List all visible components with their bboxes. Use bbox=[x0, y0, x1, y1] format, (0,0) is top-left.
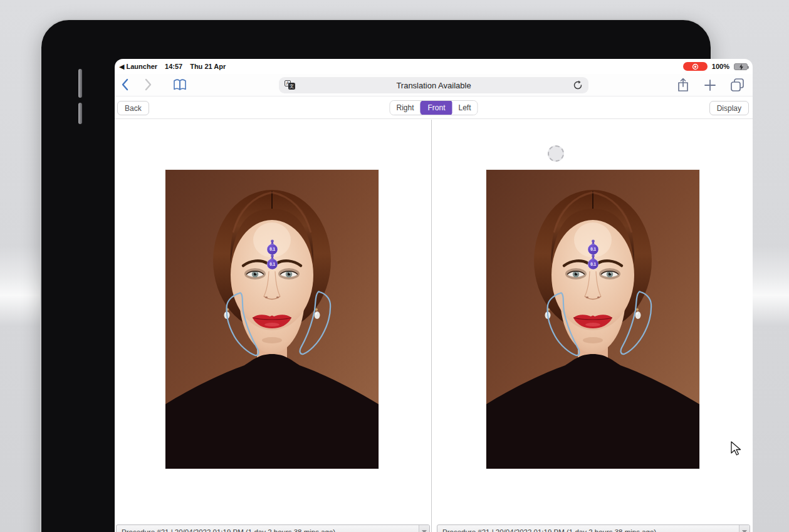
panel-left: 0.1 0.1 Procedure #21 | 20/04/2022 01:19… bbox=[115, 120, 431, 532]
volume-down-button bbox=[78, 103, 82, 124]
charging-bolt-icon bbox=[739, 64, 744, 70]
record-icon bbox=[692, 63, 699, 70]
reload-icon[interactable] bbox=[573, 80, 583, 90]
dropdown-arrow-icon bbox=[739, 525, 750, 532]
battery-percent-text: 100% bbox=[712, 63, 729, 70]
jaw-outline-annotation[interactable] bbox=[621, 291, 652, 354]
jaw-outline-annotation[interactable] bbox=[227, 293, 259, 355]
marker-value: 0.1 bbox=[590, 262, 596, 266]
battery-icon bbox=[734, 63, 748, 70]
touch-indicator bbox=[548, 145, 564, 162]
app-toolbar: Back Right Front Left Display bbox=[115, 97, 753, 119]
address-bar-text: Translation Available bbox=[396, 81, 471, 90]
annotation-overlay: 0.1 0.1 bbox=[165, 170, 379, 469]
share-icon[interactable] bbox=[677, 78, 689, 92]
date-text: Thu 21 Apr bbox=[190, 63, 226, 70]
comparison-content: 0.1 0.1 Procedure #21 | 20/04/2022 01:19… bbox=[115, 120, 753, 532]
panel-right: 0.1 0.1 Procedure #21 | 20/04/2022 01:19… bbox=[432, 120, 753, 532]
screen-recording-indicator[interactable] bbox=[683, 62, 708, 71]
browser-back-icon[interactable] bbox=[121, 78, 128, 91]
marker-value: 0.1 bbox=[269, 262, 275, 266]
injection-marker[interactable]: 0.1 bbox=[588, 254, 598, 269]
status-bar-left: ◀ Launcher 14:57 Thu 21 Apr bbox=[119, 63, 226, 71]
procedure-select-value: Procedure #21 | 20/04/2022 01:19 PM (1 d… bbox=[442, 528, 656, 532]
injection-marker[interactable]: 0.1 bbox=[588, 240, 598, 255]
segment-front[interactable]: Front bbox=[420, 100, 452, 115]
jaw-outline-annotation[interactable] bbox=[548, 293, 580, 355]
segment-right[interactable]: Right bbox=[390, 101, 421, 115]
new-tab-icon[interactable] bbox=[704, 80, 716, 91]
marker-value: 0.1 bbox=[269, 247, 275, 251]
volume-up-button bbox=[78, 69, 82, 98]
injection-marker[interactable]: 0.1 bbox=[267, 240, 278, 255]
procedure-select-value: Procedure #21 | 20/04/2022 01:19 PM (1 d… bbox=[122, 528, 335, 532]
patient-photo-right: 0.1 0.1 bbox=[486, 170, 699, 469]
address-bar[interactable]: A 文 Translation Available bbox=[279, 77, 588, 93]
procedure-select[interactable]: Procedure #21 | 20/04/2022 01:19 PM (1 d… bbox=[116, 524, 430, 532]
back-to-app-button[interactable]: ◀ Launcher bbox=[119, 63, 157, 71]
marker-value: 0.1 bbox=[590, 247, 596, 251]
back-button[interactable]: Back bbox=[117, 101, 149, 115]
view-segmented-control: Right Front Left bbox=[389, 100, 478, 115]
browser-forward-icon[interactable] bbox=[145, 78, 152, 91]
ipad-screen: ◀ Launcher 14:57 Thu 21 Apr 100% bbox=[115, 59, 753, 532]
clock-text: 14:57 bbox=[165, 63, 182, 70]
dropdown-arrow-icon bbox=[419, 525, 429, 532]
bookmarks-icon[interactable] bbox=[173, 79, 187, 91]
ipad-device-frame: ◀ Launcher 14:57 Thu 21 Apr 100% bbox=[40, 19, 712, 532]
injection-marker[interactable]: 0.1 bbox=[267, 254, 278, 269]
status-bar: ◀ Launcher 14:57 Thu 21 Apr 100% bbox=[115, 59, 753, 74]
jaw-outline-annotation[interactable] bbox=[300, 291, 331, 354]
mouse-cursor bbox=[731, 441, 743, 456]
segment-left[interactable]: Left bbox=[452, 101, 478, 115]
annotation-overlay: 0.1 0.1 bbox=[486, 170, 699, 469]
status-bar-right: 100% bbox=[683, 62, 748, 71]
procedure-select[interactable]: Procedure #21 | 20/04/2022 01:19 PM (1 d… bbox=[437, 524, 750, 532]
browser-toolbar: A 文 Translation Available bbox=[115, 74, 753, 96]
translate-icon[interactable]: A 文 bbox=[285, 80, 296, 90]
patient-photo-left: 0.1 0.1 bbox=[165, 170, 379, 469]
tabs-icon[interactable] bbox=[730, 78, 745, 92]
display-button[interactable]: Display bbox=[709, 101, 749, 115]
